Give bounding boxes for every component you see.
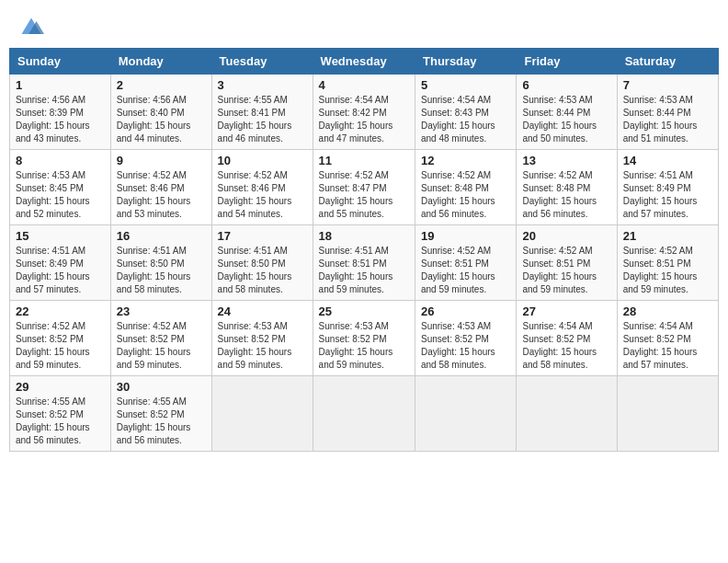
- day-number: 5: [421, 78, 510, 92]
- day-cell: 19 Sunrise: 4:52 AM Sunset: 8:51 PM Dayl…: [415, 225, 517, 301]
- cell-details: Sunrise: 4:56 AM Sunset: 8:39 PM Dayligh…: [16, 94, 105, 145]
- cell-details: Sunrise: 4:53 AM Sunset: 8:52 PM Dayligh…: [319, 320, 409, 372]
- day-cell: 22 Sunrise: 4:52 AM Sunset: 8:52 PM Dayl…: [10, 301, 111, 376]
- day-number: 23: [117, 304, 206, 318]
- day-number: 8: [16, 154, 105, 167]
- day-cell: 17 Sunrise: 4:51 AM Sunset: 8:50 PM Dayl…: [211, 225, 313, 301]
- day-cell: 16 Sunrise: 4:51 AM Sunset: 8:50 PM Dayl…: [110, 225, 211, 301]
- day-cell: 18 Sunrise: 4:51 AM Sunset: 8:51 PM Dayl…: [313, 225, 415, 301]
- cell-details: Sunrise: 4:52 AM Sunset: 8:52 PM Dayligh…: [117, 320, 206, 372]
- cell-details: Sunrise: 4:52 AM Sunset: 8:52 PM Dayligh…: [16, 320, 105, 372]
- week-row-3: 15 Sunrise: 4:51 AM Sunset: 8:49 PM Dayl…: [10, 225, 719, 301]
- day-number: 20: [522, 229, 610, 243]
- day-number: 2: [117, 78, 206, 92]
- day-number: 29: [16, 380, 105, 394]
- day-number: 12: [421, 154, 510, 167]
- day-cell: 14 Sunrise: 4:51 AM Sunset: 8:49 PM Dayl…: [617, 150, 718, 225]
- header: [9, 9, 719, 40]
- cell-details: Sunrise: 4:52 AM Sunset: 8:47 PM Dayligh…: [319, 169, 409, 221]
- day-cell: 21 Sunrise: 4:52 AM Sunset: 8:51 PM Dayl…: [617, 225, 718, 301]
- column-header-sunday: Sunday: [10, 49, 111, 75]
- day-cell: 10 Sunrise: 4:52 AM Sunset: 8:46 PM Dayl…: [211, 150, 313, 225]
- column-header-thursday: Thursday: [415, 49, 517, 75]
- day-cell: 5 Sunrise: 4:54 AM Sunset: 8:43 PM Dayli…: [415, 75, 517, 150]
- day-number: 13: [522, 154, 610, 167]
- day-cell: 11 Sunrise: 4:52 AM Sunset: 8:47 PM Dayl…: [313, 150, 415, 225]
- cell-details: Sunrise: 4:55 AM Sunset: 8:41 PM Dayligh…: [218, 94, 307, 145]
- day-cell: [313, 376, 415, 452]
- day-number: 4: [319, 78, 409, 92]
- day-cell: 8 Sunrise: 4:53 AM Sunset: 8:45 PM Dayli…: [10, 150, 111, 225]
- day-cell: [211, 376, 313, 452]
- day-number: 17: [218, 229, 307, 243]
- cell-details: Sunrise: 4:56 AM Sunset: 8:40 PM Dayligh…: [117, 94, 206, 145]
- day-cell: 7 Sunrise: 4:53 AM Sunset: 8:44 PM Dayli…: [617, 75, 718, 150]
- day-cell: 6 Sunrise: 4:53 AM Sunset: 8:44 PM Dayli…: [517, 75, 617, 150]
- day-number: 18: [319, 229, 409, 243]
- day-cell: 30 Sunrise: 4:55 AM Sunset: 8:52 PM Dayl…: [110, 376, 211, 452]
- cell-details: Sunrise: 4:52 AM Sunset: 8:48 PM Dayligh…: [421, 169, 510, 221]
- column-header-tuesday: Tuesday: [211, 49, 313, 75]
- day-number: 22: [16, 304, 105, 318]
- day-number: 24: [218, 304, 307, 318]
- day-cell: 23 Sunrise: 4:52 AM Sunset: 8:52 PM Dayl…: [110, 301, 211, 376]
- day-cell: 28 Sunrise: 4:54 AM Sunset: 8:52 PM Dayl…: [617, 301, 718, 376]
- day-number: 26: [421, 304, 510, 318]
- cell-details: Sunrise: 4:55 AM Sunset: 8:52 PM Dayligh…: [117, 396, 206, 447]
- cell-details: Sunrise: 4:53 AM Sunset: 8:44 PM Dayligh…: [522, 94, 610, 145]
- calendar-table: SundayMondayTuesdayWednesdayThursdayFrid…: [9, 48, 719, 452]
- day-number: 11: [319, 154, 409, 167]
- day-number: 9: [117, 154, 206, 167]
- day-cell: 24 Sunrise: 4:53 AM Sunset: 8:52 PM Dayl…: [211, 301, 313, 376]
- cell-details: Sunrise: 4:51 AM Sunset: 8:50 PM Dayligh…: [218, 245, 307, 296]
- cell-details: Sunrise: 4:52 AM Sunset: 8:46 PM Dayligh…: [117, 169, 206, 221]
- calendar-header-row: SundayMondayTuesdayWednesdayThursdayFrid…: [10, 49, 719, 75]
- cell-details: Sunrise: 4:52 AM Sunset: 8:51 PM Dayligh…: [522, 245, 610, 296]
- cell-details: Sunrise: 4:54 AM Sunset: 8:42 PM Dayligh…: [319, 94, 409, 145]
- week-row-2: 8 Sunrise: 4:53 AM Sunset: 8:45 PM Dayli…: [10, 150, 719, 225]
- cell-details: Sunrise: 4:52 AM Sunset: 8:51 PM Dayligh…: [623, 245, 712, 296]
- day-number: 14: [623, 154, 712, 167]
- day-cell: 15 Sunrise: 4:51 AM Sunset: 8:49 PM Dayl…: [10, 225, 111, 301]
- day-cell: [415, 376, 517, 452]
- column-header-wednesday: Wednesday: [313, 49, 415, 75]
- week-row-1: 1 Sunrise: 4:56 AM Sunset: 8:39 PM Dayli…: [10, 75, 719, 150]
- day-cell: 2 Sunrise: 4:56 AM Sunset: 8:40 PM Dayli…: [110, 75, 211, 150]
- cell-details: Sunrise: 4:51 AM Sunset: 8:51 PM Dayligh…: [319, 245, 409, 296]
- day-number: 10: [218, 154, 307, 167]
- day-number: 27: [522, 304, 610, 318]
- week-row-4: 22 Sunrise: 4:52 AM Sunset: 8:52 PM Dayl…: [10, 301, 719, 376]
- day-number: 1: [16, 78, 105, 92]
- day-cell: 29 Sunrise: 4:55 AM Sunset: 8:52 PM Dayl…: [10, 376, 111, 452]
- day-cell: 4 Sunrise: 4:54 AM Sunset: 8:42 PM Dayli…: [313, 75, 415, 150]
- cell-details: Sunrise: 4:51 AM Sunset: 8:49 PM Dayligh…: [16, 245, 105, 296]
- cell-details: Sunrise: 4:51 AM Sunset: 8:50 PM Dayligh…: [117, 245, 206, 296]
- day-number: 7: [623, 78, 712, 92]
- day-number: 21: [623, 229, 712, 243]
- cell-details: Sunrise: 4:54 AM Sunset: 8:52 PM Dayligh…: [623, 320, 712, 372]
- cell-details: Sunrise: 4:53 AM Sunset: 8:45 PM Dayligh…: [16, 169, 105, 221]
- cell-details: Sunrise: 4:51 AM Sunset: 8:49 PM Dayligh…: [623, 169, 712, 221]
- day-cell: 25 Sunrise: 4:53 AM Sunset: 8:52 PM Dayl…: [313, 301, 415, 376]
- day-number: 28: [623, 304, 712, 318]
- cell-details: Sunrise: 4:55 AM Sunset: 8:52 PM Dayligh…: [16, 396, 105, 447]
- day-number: 25: [319, 304, 409, 318]
- calendar-body: 1 Sunrise: 4:56 AM Sunset: 8:39 PM Dayli…: [10, 75, 719, 452]
- logo-icon: [18, 15, 44, 40]
- day-cell: 12 Sunrise: 4:52 AM Sunset: 8:48 PM Dayl…: [415, 150, 517, 225]
- day-cell: 27 Sunrise: 4:54 AM Sunset: 8:52 PM Dayl…: [517, 301, 617, 376]
- day-number: 19: [421, 229, 510, 243]
- column-header-friday: Friday: [517, 49, 617, 75]
- cell-details: Sunrise: 4:53 AM Sunset: 8:52 PM Dayligh…: [218, 320, 307, 372]
- column-header-saturday: Saturday: [617, 49, 718, 75]
- column-header-monday: Monday: [110, 49, 211, 75]
- cell-details: Sunrise: 4:52 AM Sunset: 8:48 PM Dayligh…: [522, 169, 610, 221]
- cell-details: Sunrise: 4:54 AM Sunset: 8:52 PM Dayligh…: [522, 320, 610, 372]
- day-cell: [617, 376, 718, 452]
- day-cell: 20 Sunrise: 4:52 AM Sunset: 8:51 PM Dayl…: [517, 225, 617, 301]
- week-row-5: 29 Sunrise: 4:55 AM Sunset: 8:52 PM Dayl…: [10, 376, 719, 452]
- logo: [18, 15, 48, 40]
- cell-details: Sunrise: 4:54 AM Sunset: 8:43 PM Dayligh…: [421, 94, 510, 145]
- cell-details: Sunrise: 4:53 AM Sunset: 8:52 PM Dayligh…: [421, 320, 510, 372]
- day-number: 6: [522, 78, 610, 92]
